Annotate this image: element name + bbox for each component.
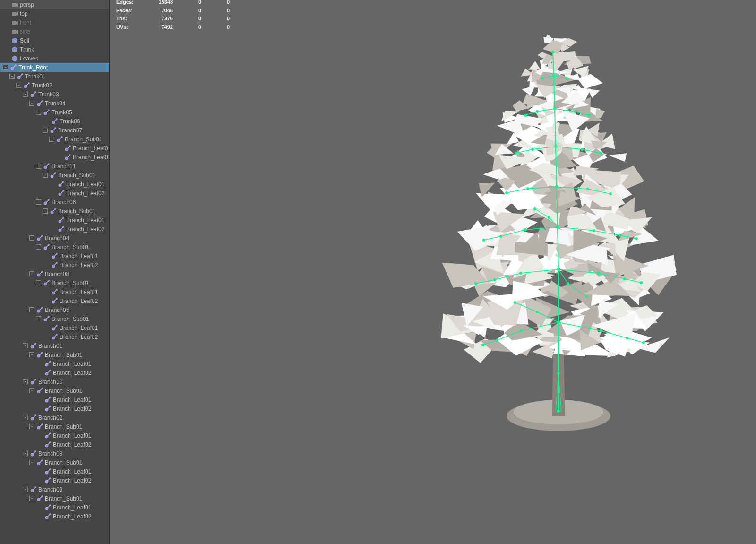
outliner-item-branch01[interactable]: -Branch01 [0,341,109,350]
outliner-item-branch_leaf02[interactable]: Branch_Leaf02 [0,296,109,305]
outliner-item-side[interactable]: side [0,27,109,36]
outliner-item-branch_leaf02[interactable]: Branch_Leaf02 [0,153,109,162]
expand-toggle[interactable]: - [23,487,28,492]
outliner-item-branch06[interactable]: -Branch06 [0,198,109,207]
outliner-item-branch_leaf01[interactable]: Branch_Leaf01 [0,180,109,189]
outliner-item-branch_leaf02[interactable]: Branch_Leaf02 [0,512,109,521]
expand-toggle[interactable]: - [43,173,48,178]
outliner-item-branch_leaf01[interactable]: Branch_Leaf01 [0,467,109,476]
outliner-item-persp[interactable]: persp [0,0,109,9]
joint-icon [43,109,50,116]
outliner-item-trunk01[interactable]: -Trunk01 [0,72,109,81]
outliner-item-branch09[interactable]: -Branch09 [0,485,109,494]
outliner-item-branch_sub01[interactable]: -Branch_Sub01 [0,171,109,180]
outliner-item-branch_leaf01[interactable]: Branch_Leaf01 [0,144,109,153]
svg-point-379 [551,51,554,53]
outliner-item-branch_sub01[interactable]: -Branch_Sub01 [0,314,109,323]
outliner-item-branch02[interactable]: -Branch02 [0,413,109,422]
outliner-item-branch_sub01[interactable]: -Branch_Sub01 [0,386,109,395]
outliner-label: persp [20,1,109,8]
outliner-item-branch07[interactable]: -Branch07 [0,126,109,135]
outliner-item-branch10[interactable]: -Branch10 [0,377,109,386]
outliner-item-branch_sub01[interactable]: -Branch_Sub01 [0,422,109,431]
outliner-item-leaves[interactable]: Leaves [0,54,109,63]
outliner-item-branch_leaf02[interactable]: Branch_Leaf02 [0,368,109,377]
outliner-item-branch_leaf01[interactable]: Branch_Leaf01 [0,431,109,440]
joint-icon [23,82,30,89]
expand-toggle[interactable]: - [23,415,28,420]
outliner-item-branch_leaf01[interactable]: Branch_Leaf01 [0,287,109,296]
outliner-item-branch05[interactable]: -Branch05 [0,305,109,314]
outliner-item-branch_sub01[interactable]: -Branch_Sub01 [0,458,109,467]
expand-toggle[interactable]: - [29,460,34,465]
outliner-item-branch_leaf02[interactable]: Branch_Leaf02 [0,189,109,198]
outliner-item-soil[interactable]: Soil [0,36,109,45]
expand-toggle[interactable]: - [36,110,41,115]
outliner-item-branch_sub01[interactable]: -Branch_Sub01 [0,350,109,359]
expand-toggle[interactable]: - [49,137,54,142]
expand-toggle[interactable]: - [29,388,34,393]
expand-toggle[interactable]: - [36,199,41,205]
outliner-item-trunk05[interactable]: -Trunk05 [0,108,109,117]
joint-icon [43,315,50,323]
outliner-item-branch_leaf02[interactable]: Branch_Leaf02 [0,476,109,485]
outliner-item-branch_leaf01[interactable]: Branch_Leaf01 [0,359,109,368]
joint-icon [51,288,58,296]
outliner-item-front[interactable]: front [0,18,109,27]
expand-toggle[interactable]: - [43,128,48,133]
outliner-item-branch_sub01[interactable]: -Branch_Sub01 [0,207,109,216]
expand-toggle[interactable]: - [29,271,34,276]
expand-toggle[interactable]: - [29,307,34,312]
expand-toggle[interactable]: - [29,352,34,357]
outliner-label: Branch_Sub01 [52,316,109,322]
outliner-item-branch_leaf02[interactable]: Branch_Leaf02 [0,332,109,341]
outliner-item-branch03[interactable]: -Branch03 [0,449,109,458]
outliner-item-branch04[interactable]: -Branch04 [0,233,109,242]
outliner-item-trunk_root[interactable]: -Trunk_Root [0,63,109,72]
outliner-item-trunk[interactable]: Trunk [0,45,109,54]
expand-toggle[interactable]: - [29,496,34,501]
outliner-item-branch_leaf02[interactable]: Branch_Leaf02 [0,260,109,269]
outliner-item-branch_leaf01[interactable]: Branch_Leaf01 [0,323,109,332]
expand-toggle[interactable]: - [29,424,34,429]
outliner-item-trunk04[interactable]: -Trunk04 [0,99,109,108]
outliner-panel[interactable]: persptopfrontsideSoilTrunkLeaves-Trunk_R… [0,0,110,544]
outliner-item-branch11[interactable]: -Branch11 [0,162,109,171]
joint-icon [44,441,52,449]
outliner-item-trunk02[interactable]: -Trunk02 [0,81,109,90]
outliner-item-branch_sub01[interactable]: -Branch_Sub01 [0,242,109,251]
joint-icon [57,190,65,197]
outliner-item-branch_leaf01[interactable]: Branch_Leaf01 [0,251,109,260]
outliner-item-branch_leaf02[interactable]: Branch_Leaf02 [0,404,109,413]
svg-marker-359 [528,61,540,70]
outliner-item-branch_leaf02[interactable]: Branch_Leaf02 [0,440,109,449]
expand-toggle[interactable]: - [16,83,21,88]
outliner-label: Branch05 [45,307,109,313]
expand-toggle[interactable]: - [29,101,34,106]
expand-toggle[interactable]: - [3,65,8,70]
expand-toggle[interactable]: - [29,235,34,241]
outliner-item-branch_leaf01[interactable]: Branch_Leaf01 [0,503,109,512]
outliner-item-branch_sub01[interactable]: -Branch_Sub01 [0,494,109,503]
outliner-item-branch_sub01[interactable]: -Branch_Sub01 [0,135,109,144]
outliner-item-branch_sub01[interactable]: -Branch_Sub01 [0,278,109,287]
outliner-item-trunk03[interactable]: -Trunk03 [0,90,109,99]
expand-toggle[interactable]: - [36,316,41,321]
expand-toggle[interactable]: - [36,164,41,169]
expand-toggle[interactable]: - [23,343,28,348]
expand-toggle[interactable]: - [23,92,28,97]
outliner-item-branch_leaf01[interactable]: Branch_Leaf01 [0,216,109,225]
expand-toggle[interactable]: - [23,451,28,456]
viewport-3d[interactable]: Edges:1534800Faces:704800Tris:737600UVs:… [110,0,756,544]
outliner-item-trunk06[interactable]: Trunk06 [0,117,109,126]
outliner-item-branch_leaf02[interactable]: Branch_Leaf02 [0,225,109,233]
outliner-item-branch_leaf01[interactable]: Branch_Leaf01 [0,395,109,404]
expand-toggle[interactable]: - [36,280,41,285]
expand-toggle[interactable]: - [9,74,15,79]
expand-toggle[interactable]: - [43,208,48,214]
outliner-item-branch08[interactable]: -Branch08 [0,269,109,278]
outliner-item-top[interactable]: top [0,9,109,18]
expand-toggle[interactable]: - [23,379,28,384]
svg-point-418 [609,192,612,195]
expand-toggle[interactable]: - [36,244,41,250]
